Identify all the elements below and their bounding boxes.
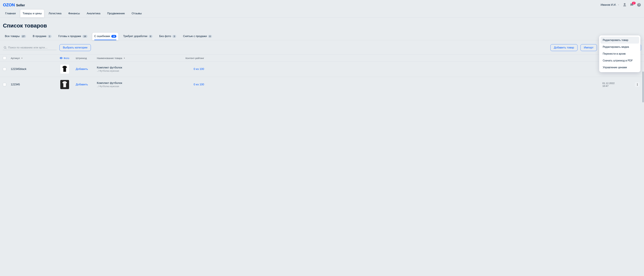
col-name[interactable]: Наименование товара (97, 57, 173, 60)
tab-label: Все товары (5, 34, 20, 38)
product-name[interactable]: Комплект футболок (97, 82, 173, 85)
add-barcode-link[interactable]: Добавить (76, 68, 88, 71)
tab-count: 19 (111, 35, 116, 38)
nav-products-prices[interactable]: Товары и цены (20, 10, 44, 18)
svg-point-4 (637, 84, 638, 85)
col-photo[interactable]: Фото (51, 56, 69, 60)
tab-count: 27 (21, 35, 26, 38)
product-name[interactable]: Комплект футболок (97, 66, 173, 69)
select-all-checkbox[interactable] (3, 56, 6, 60)
product-category: ../ Футболка мужская (97, 85, 173, 88)
tshirt-icon (62, 81, 68, 88)
row-checkbox[interactable] (3, 68, 6, 71)
tab-ready[interactable]: Готовы к продаже 18 (56, 33, 90, 40)
col-barcode: Штрихкод (69, 57, 97, 60)
tab-label: С ошибками (94, 34, 110, 38)
nav-logistics[interactable]: Логистика (46, 10, 64, 18)
column-header: Артикул Фото Штрихкод Наименование товар… (0, 54, 644, 62)
col-label: Наименование товара (97, 57, 122, 60)
tab-label: В продаже (33, 34, 46, 38)
tab-count: 18 (82, 35, 87, 38)
search-field[interactable] (3, 45, 56, 50)
menu-edit-product[interactable]: Редактировать товар (600, 37, 639, 44)
brand-logo: OZON (3, 2, 15, 8)
tab-needs-fix[interactable]: Требует доработки 0 (121, 33, 154, 40)
top-bar: OZON Seller Иванов И.И. 17 (0, 0, 644, 8)
user-menu[interactable]: Иванов И.И. (600, 3, 620, 6)
col-label: Штрихкод (76, 57, 87, 60)
nav-promotion[interactable]: Продвижение (105, 10, 127, 18)
tab-removed[interactable]: Снятые с продажи 0 (181, 33, 214, 40)
tab-label: Требует доработки (123, 34, 148, 38)
nav-analytics[interactable]: Аналитика (84, 10, 102, 18)
chat-icon[interactable]: 17 (630, 3, 634, 7)
toolbar: Выбрать категории Добавить товар Импорт … (0, 40, 644, 54)
cell-date: 01.12.2022 10:47 (602, 82, 632, 87)
nav-finance[interactable]: Финансы (66, 10, 82, 18)
svg-point-5 (637, 85, 638, 86)
tab-with-errors[interactable]: С ошибками 19 (92, 33, 118, 40)
add-barcode-link[interactable]: Добавить (76, 83, 88, 86)
user-name: Иванов И.И. (600, 3, 616, 6)
vertical-scrollbar[interactable] (642, 72, 644, 92)
col-label: Контент-рейтинг (186, 57, 204, 60)
row-actions-button[interactable] (635, 82, 640, 87)
tshirt-icon (62, 66, 68, 72)
row-checkbox[interactable] (3, 83, 6, 86)
chat-badge: 17 (632, 2, 636, 4)
tab-label: Без фото (159, 34, 171, 38)
page-title: Список товаров (0, 18, 644, 33)
tab-label: Снятые с продажи (183, 34, 207, 38)
profile-icon[interactable] (622, 3, 627, 7)
tab-all[interactable]: Все товары 27 (3, 33, 28, 40)
tab-count: 3 (172, 35, 176, 38)
nav-reviews[interactable]: Отзывы (129, 10, 144, 18)
menu-download-barcode-pdf[interactable]: Скачать штрихкод в PDF (600, 57, 639, 64)
cell-sku: 122345 (11, 83, 51, 86)
tab-count: 0 (208, 35, 212, 38)
menu-manage-prices[interactable]: Управление ценами (600, 64, 639, 71)
tab-on-sale[interactable]: В продаже 1 (31, 33, 54, 40)
col-label: Артикул (11, 57, 20, 60)
tab-no-photo[interactable]: Без фото 3 (157, 33, 178, 40)
search-input[interactable] (8, 46, 56, 49)
table-row: 122345black Добавить Комплект футболок .… (0, 62, 644, 77)
product-category: ../ Футболка мужская (97, 70, 173, 72)
status-tabs: Все товары 27 В продаже 1 Готовы к прода… (0, 33, 644, 40)
product-thumbnail[interactable] (60, 80, 69, 89)
brand-suffix: Seller (16, 4, 25, 7)
tab-count: 0 (149, 35, 152, 38)
chevron-down-icon (617, 4, 620, 6)
menu-archive[interactable]: Перенести в архив (600, 50, 639, 57)
menu-edit-media[interactable]: Редактировать медиа (600, 44, 639, 50)
sort-desc-icon (123, 57, 126, 60)
sort-desc-icon (21, 57, 23, 60)
product-thumbnail[interactable] (60, 64, 69, 74)
col-label: Фото (64, 57, 69, 60)
eye-icon (60, 56, 63, 60)
cell-sku: 122345black (11, 68, 51, 71)
time-value: 10:47 (602, 84, 608, 87)
content-rating[interactable]: 0 из 100 (173, 68, 204, 71)
help-icon[interactable] (637, 3, 641, 7)
col-rating: Контент-рейтинг (173, 57, 204, 60)
svg-point-3 (637, 84, 638, 84)
tab-label: Готовы к продаже (58, 34, 81, 38)
import-button[interactable]: Импорт (580, 44, 597, 51)
add-product-button[interactable]: Добавить товар (550, 44, 578, 51)
content-rating[interactable]: 0 из 100 (173, 83, 204, 86)
row-actions-menu: Редактировать товар Редактировать медиа … (599, 36, 640, 72)
nav-main[interactable]: Главная (3, 10, 18, 18)
tab-count: 1 (48, 35, 52, 38)
date-value: 01.12.2022 (602, 82, 614, 84)
main-nav: Главная Товары и цены Логистика Финансы … (0, 8, 644, 18)
col-sku[interactable]: Артикул (11, 57, 51, 60)
choose-categories-button[interactable]: Выбрать категории (60, 44, 91, 51)
user-box: Иванов И.И. 17 (600, 3, 641, 7)
table-row: 122345 Добавить Комплект футболок ../ Фу… (0, 77, 644, 92)
search-icon (4, 46, 7, 49)
brand[interactable]: OZON Seller (3, 2, 25, 8)
